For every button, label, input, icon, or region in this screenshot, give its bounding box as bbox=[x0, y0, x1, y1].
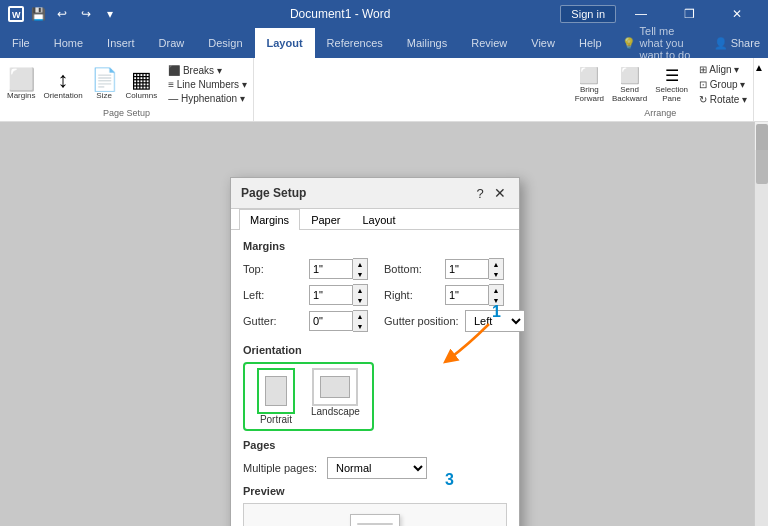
tab-file[interactable]: File bbox=[0, 28, 42, 58]
redo-qat-button[interactable]: ↪ bbox=[76, 4, 96, 24]
breaks-button[interactable]: ⬛ Breaks ▾ bbox=[166, 64, 249, 77]
size-button[interactable]: 📄 Size bbox=[88, 68, 121, 101]
share-area: 👤 Share bbox=[706, 28, 768, 58]
left-down-btn[interactable]: ▼ bbox=[353, 295, 367, 305]
tell-me-text[interactable]: Tell me what you want to do bbox=[640, 25, 698, 61]
undo-qat-button[interactable]: ↩ bbox=[52, 4, 72, 24]
dialog-body: Margins Top: ▲ ▼ bbox=[231, 230, 519, 526]
right-input[interactable] bbox=[445, 285, 489, 305]
bring-forward-icon: ⬜ bbox=[579, 66, 599, 85]
left-input[interactable] bbox=[309, 285, 353, 305]
multiple-pages-row: Multiple pages: Normal Mirror margins 2 … bbox=[243, 457, 507, 479]
save-qat-button[interactable]: 💾 bbox=[28, 4, 48, 24]
bottom-margin-row: Bottom: ▲ ▼ bbox=[384, 258, 525, 280]
tab-references[interactable]: References bbox=[315, 28, 395, 58]
minimize-button[interactable]: — bbox=[618, 0, 664, 28]
top-label: Top: bbox=[243, 263, 303, 275]
orientation-icon: ↕ bbox=[58, 69, 69, 91]
orientation-button[interactable]: ↕ Orientation bbox=[40, 68, 85, 101]
columns-button[interactable]: ▦ Columns bbox=[123, 68, 161, 101]
top-input[interactable] bbox=[309, 259, 353, 279]
ribbon-tab-bar: File Home Insert Draw Design Layout Refe… bbox=[0, 28, 768, 58]
tab-design[interactable]: Design bbox=[196, 28, 254, 58]
bottom-up-btn[interactable]: ▲ bbox=[489, 259, 503, 269]
selection-pane-label: SelectionPane bbox=[655, 85, 688, 103]
dialog-tab-paper[interactable]: Paper bbox=[300, 209, 351, 230]
group-button[interactable]: ⊡ Group ▾ bbox=[697, 78, 749, 91]
ribbon-group-page-setup: ⬜ Margins ↕ Orientation 📄 Size ▦ Columns… bbox=[0, 58, 254, 121]
tab-layout[interactable]: Layout bbox=[255, 28, 315, 58]
content-area: Page Setup ? ✕ Margins Paper Layout Marg… bbox=[0, 122, 768, 526]
tab-draw[interactable]: Draw bbox=[147, 28, 197, 58]
send-backward-button[interactable]: ⬜ SendBackward bbox=[609, 65, 650, 104]
ribbon-spacer bbox=[254, 58, 568, 121]
hyphenation-button[interactable]: — Hyphenation ▾ bbox=[166, 92, 249, 105]
tab-home[interactable]: Home bbox=[42, 28, 95, 58]
align-button[interactable]: ⊞ Align ▾ bbox=[697, 63, 749, 76]
arrange-group-buttons: ⬜ BringForward ⬜ SendBackward ☰ Selectio… bbox=[572, 60, 749, 108]
rotate-button[interactable]: ↻ Rotate ▾ bbox=[697, 93, 749, 106]
gutter-input[interactable] bbox=[309, 311, 353, 331]
gutter-up-btn[interactable]: ▲ bbox=[353, 311, 367, 321]
page-setup-dialog: Page Setup ? ✕ Margins Paper Layout Marg… bbox=[230, 177, 520, 526]
ribbon-collapse-button[interactable]: ▲ bbox=[754, 62, 764, 73]
orientation-section: Orientation Portrait Landsca bbox=[243, 344, 507, 431]
title-bar-right: Sign in — ❒ ✕ bbox=[560, 0, 760, 28]
title-bar-left: W 💾 ↩ ↪ ▾ bbox=[8, 4, 120, 24]
gutter-down-btn[interactable]: ▼ bbox=[353, 321, 367, 331]
right-down-btn[interactable]: ▼ bbox=[489, 295, 503, 305]
bottom-input[interactable] bbox=[445, 259, 489, 279]
portrait-icon bbox=[257, 368, 295, 414]
orientation-section-label: Orientation bbox=[243, 344, 507, 356]
margins-button[interactable]: ⬜ Margins bbox=[4, 68, 38, 101]
svg-text:W: W bbox=[12, 10, 21, 20]
columns-icon: ▦ bbox=[131, 69, 152, 91]
margins-section-label: Margins bbox=[243, 240, 507, 252]
ribbon-group-arrange: ⬜ BringForward ⬜ SendBackward ☰ Selectio… bbox=[568, 58, 754, 121]
align-group-buttons: ⊞ Align ▾ ⊡ Group ▾ ↻ Rotate ▾ bbox=[693, 63, 749, 106]
top-spinner-btns: ▲ ▼ bbox=[353, 258, 368, 280]
top-up-btn[interactable]: ▲ bbox=[353, 259, 367, 269]
portrait-page-shape bbox=[265, 376, 287, 406]
left-up-btn[interactable]: ▲ bbox=[353, 285, 367, 295]
left-spinner-btns: ▲ ▼ bbox=[353, 284, 368, 306]
gutter-position-label: Gutter position: bbox=[384, 315, 459, 327]
multiple-pages-label: Multiple pages: bbox=[243, 462, 317, 474]
line-numbers-button[interactable]: ≡ Line Numbers ▾ bbox=[166, 78, 249, 91]
ribbon-collapse-area: ▲ bbox=[754, 58, 768, 121]
bottom-down-btn[interactable]: ▼ bbox=[489, 269, 503, 279]
restore-button[interactable]: ❒ bbox=[666, 0, 712, 28]
portrait-option[interactable]: Portrait bbox=[257, 368, 295, 425]
breaks-group: ⬛ Breaks ▾ ≡ Line Numbers ▾ — Hyphenatio… bbox=[162, 64, 249, 105]
top-down-btn[interactable]: ▼ bbox=[353, 269, 367, 279]
dialog-help-button[interactable]: ? bbox=[471, 184, 489, 202]
landscape-option[interactable]: Landscape bbox=[311, 368, 360, 425]
selection-pane-button[interactable]: ☰ SelectionPane bbox=[652, 65, 691, 104]
pages-section-label: Pages bbox=[243, 439, 507, 451]
send-backward-icon: ⬜ bbox=[620, 66, 640, 85]
close-button[interactable]: ✕ bbox=[714, 0, 760, 28]
margins-label: Margins bbox=[7, 91, 35, 100]
share-icon: 👤 bbox=[714, 37, 728, 50]
preview-section: Preview bbox=[243, 485, 507, 526]
multiple-pages-select[interactable]: Normal Mirror margins 2 pages per sheet … bbox=[327, 457, 427, 479]
tab-mailings[interactable]: Mailings bbox=[395, 28, 459, 58]
left-margin-row: Left: ▲ ▼ bbox=[243, 284, 368, 306]
dialog-close-button[interactable]: ✕ bbox=[491, 184, 509, 202]
portrait-label: Portrait bbox=[260, 414, 292, 425]
customize-qat-button[interactable]: ▾ bbox=[100, 4, 120, 24]
gutter-position-select[interactable]: Left Top bbox=[465, 310, 525, 332]
right-up-btn[interactable]: ▲ bbox=[489, 285, 503, 295]
bring-forward-button[interactable]: ⬜ BringForward bbox=[572, 65, 607, 104]
tab-help[interactable]: Help bbox=[567, 28, 614, 58]
tab-view[interactable]: View bbox=[519, 28, 567, 58]
gutter-spinner-btns: ▲ ▼ bbox=[353, 310, 368, 332]
page-setup-group-label: Page Setup bbox=[4, 108, 249, 119]
dialog-tab-margins[interactable]: Margins bbox=[239, 209, 300, 230]
tab-insert[interactable]: Insert bbox=[95, 28, 147, 58]
top-spinner: ▲ ▼ bbox=[309, 258, 368, 280]
share-button[interactable]: Share bbox=[731, 37, 760, 49]
dialog-tab-layout[interactable]: Layout bbox=[351, 209, 406, 230]
tab-review[interactable]: Review bbox=[459, 28, 519, 58]
sign-in-button[interactable]: Sign in bbox=[560, 5, 616, 23]
